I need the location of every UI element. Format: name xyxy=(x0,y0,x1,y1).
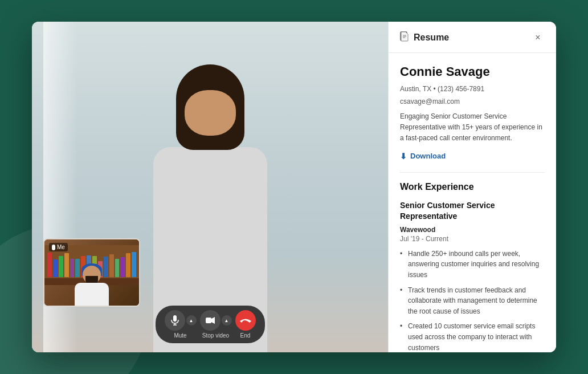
controls-bar: ▲ Mute ▲ Stop video xyxy=(156,306,265,343)
book xyxy=(120,257,125,277)
candidate-location-phone: Austin, TX • (123) 456-7891 xyxy=(400,84,545,94)
book xyxy=(53,259,58,277)
book xyxy=(47,253,52,277)
download-icon: ⬇ xyxy=(400,152,407,161)
mute-label: Mute xyxy=(174,332,186,339)
job-bullets: Handle 250+ inbound calls per week, answ… xyxy=(400,249,545,352)
mute-button[interactable] xyxy=(165,310,185,331)
document-icon xyxy=(400,31,409,44)
stop-video-label: Stop video xyxy=(202,332,229,339)
mute-chevron[interactable]: ▲ xyxy=(186,315,197,326)
svg-rect-3 xyxy=(206,318,211,323)
mic-icon xyxy=(52,245,55,250)
resume-panel: Resume × Connie Savage Austin, TX • (123… xyxy=(388,22,556,352)
self-view-name: Me xyxy=(57,244,65,250)
bullet-item: Handle 250+ inbound calls per week, answ… xyxy=(400,249,545,280)
work-experience-section-title: Work Experience xyxy=(400,182,545,192)
resume-header-left: Resume xyxy=(400,31,449,44)
candidate-summary: Engaging Senior Customer Service Represe… xyxy=(400,111,545,144)
video-area: Me ▲ Mute xyxy=(32,22,388,352)
resume-body[interactable]: Connie Savage Austin, TX • (123) 456-789… xyxy=(389,53,556,352)
stop-video-control: ▲ Stop video xyxy=(200,310,232,339)
book xyxy=(59,256,63,277)
self-view-person xyxy=(69,266,115,306)
bullet-item: Created 10 customer service email script… xyxy=(400,321,545,352)
end-button[interactable] xyxy=(235,310,256,331)
job-title: Senior Customer Service Representative xyxy=(400,200,545,222)
book xyxy=(132,252,136,277)
download-resume-link[interactable]: ⬇ Download xyxy=(400,152,446,161)
company-name: Wavewood xyxy=(400,226,545,234)
presenter-face xyxy=(185,90,236,136)
resume-panel-title: Resume xyxy=(414,32,449,43)
job-entry: Senior Customer Service Representative W… xyxy=(400,200,545,352)
sv-body xyxy=(75,283,109,306)
bullet-item: Track trends in customer feedback and co… xyxy=(400,285,545,317)
section-divider xyxy=(400,172,545,173)
download-label: Download xyxy=(410,152,446,160)
self-view-label: Me xyxy=(49,243,68,251)
resume-panel-header: Resume × xyxy=(389,22,556,53)
app-window: Me ▲ Mute xyxy=(32,22,556,352)
candidate-name: Connie Savage xyxy=(400,64,545,79)
book xyxy=(115,259,120,277)
end-control: End xyxy=(235,310,256,339)
end-label: End xyxy=(240,332,251,339)
job-dates: Jul '19 - Current xyxy=(400,235,545,243)
stop-video-button[interactable] xyxy=(200,310,220,331)
self-view-thumbnail: Me xyxy=(43,238,140,307)
book xyxy=(126,253,130,277)
candidate-email: csavage@mail.com xyxy=(400,96,545,107)
mute-control: ▲ Mute xyxy=(165,310,197,339)
svg-rect-0 xyxy=(173,315,177,322)
book xyxy=(64,253,69,277)
close-button[interactable]: × xyxy=(531,31,545,44)
stop-video-chevron[interactable]: ▲ xyxy=(222,315,232,326)
